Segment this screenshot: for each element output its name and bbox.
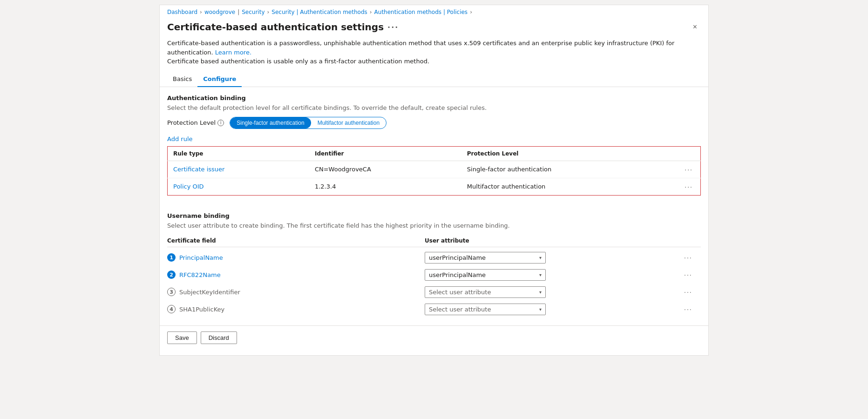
username-row-more-button[interactable]: ··· (682, 287, 694, 297)
user-attr-value: userPrincipalName (429, 254, 486, 261)
footer-actions: Save Discard (160, 325, 708, 346)
tabs: Basics Configure (160, 72, 708, 87)
user-attr-value: Select user attribute (429, 306, 491, 313)
username-grid-header: Certificate field User attribute (167, 235, 701, 247)
user-attr-select: userPrincipalName ▾ (425, 252, 682, 264)
cert-field: 3 SubjectKeyIdentifier (167, 288, 425, 296)
protection-level-label: Protection Level i (167, 119, 224, 126)
rules-table: Rule type Identifier Protection Level Ce… (167, 146, 701, 196)
auth-binding-section: Authentication binding Select the defaul… (160, 95, 708, 212)
user-attr-value: userPrincipalName (429, 271, 486, 278)
row-actions: ··· (682, 253, 701, 262)
chevron-down-icon: ▾ (539, 307, 542, 312)
cert-badge: 4 (167, 305, 176, 313)
tab-basics[interactable]: Basics (167, 72, 197, 87)
rule-type-link[interactable]: Certificate issuer (173, 166, 224, 173)
auth-binding-desc: Select the default protection level for … (167, 104, 701, 111)
username-row-more-button[interactable]: ··· (682, 270, 694, 279)
cert-field: 2 RFC822Name (167, 270, 425, 279)
username-grid-row: 2 RFC822Name userPrincipalName ▾ ··· (167, 266, 701, 284)
col-protection-level: Protection Level (461, 146, 678, 161)
breadcrumb-security-auth[interactable]: Security | Authentication methods (271, 9, 367, 15)
protection-level-cell: Multifactor authentication (461, 178, 678, 195)
row-actions-cell: ··· (677, 161, 700, 178)
cert-field-name: SubjectKeyIdentifier (179, 289, 240, 296)
col-rule-type: Rule type (168, 146, 309, 161)
cert-field-name[interactable]: PrincipalName (179, 254, 223, 261)
table-row: Certificate issuer CN=WoodgroveCA Single… (168, 161, 701, 178)
add-rule-link[interactable]: Add rule (167, 135, 193, 142)
row-actions: ··· (682, 270, 701, 279)
chevron-down-icon: ▾ (539, 272, 542, 277)
col-row-actions-header (682, 237, 701, 244)
breadcrumb-auth-policies[interactable]: Authentication methods | Policies (374, 9, 468, 15)
user-attr-select: Select user attribute ▾ (425, 286, 682, 298)
rule-type-link[interactable]: Policy OID (173, 183, 204, 190)
username-grid-row: 4 SHA1PublicKey Select user attribute ▾ … (167, 301, 701, 318)
rule-type-cell: Policy OID (168, 178, 309, 195)
username-row-more-button[interactable]: ··· (682, 253, 694, 262)
identifier-cell: CN=WoodgroveCA (309, 161, 461, 178)
learn-more-link[interactable]: Learn more. (215, 49, 251, 56)
user-attr-dropdown[interactable]: Select user attribute ▾ (425, 286, 546, 298)
col-actions-header (677, 146, 700, 161)
breadcrumb-security[interactable]: Security (242, 9, 264, 15)
user-attr-dropdown[interactable]: userPrincipalName ▾ (425, 252, 546, 264)
row-actions-cell: ··· (677, 178, 700, 195)
chevron-down-icon: ▾ (539, 255, 542, 260)
col-cert-field: Certificate field (167, 237, 425, 244)
row-more-button[interactable]: ··· (683, 165, 695, 174)
user-attr-dropdown[interactable]: userPrincipalName ▾ (425, 269, 546, 281)
discard-button[interactable]: Discard (201, 331, 237, 344)
col-identifier: Identifier (309, 146, 461, 161)
chevron-down-icon: ▾ (539, 290, 542, 295)
panel-title: Certificate-based authentication setting… (167, 21, 399, 33)
username-binding-desc: Select user attribute to create binding.… (167, 222, 701, 229)
protection-level-toggle[interactable]: Single-factor authentication Multifactor… (230, 117, 387, 129)
username-grid-row: 1 PrincipalName userPrincipalName ▾ ··· (167, 249, 701, 266)
rule-type-cell: Certificate issuer (168, 161, 309, 178)
row-more-button[interactable]: ··· (683, 182, 695, 191)
close-button[interactable]: × (689, 21, 701, 33)
username-binding-title: Username binding (167, 212, 701, 219)
row-actions: ··· (682, 287, 701, 297)
description: Certificate-based authentication is a pa… (160, 39, 708, 72)
user-attr-select: Select user attribute ▾ (425, 304, 682, 315)
protection-level-row: Protection Level i Single-factor authent… (167, 117, 701, 129)
username-binding-section: Username binding Select user attribute t… (160, 212, 708, 325)
tab-configure[interactable]: Configure (197, 72, 242, 87)
username-grid: Certificate field User attribute 1 Princ… (167, 235, 701, 318)
cert-badge: 2 (167, 270, 176, 279)
protection-level-cell: Single-factor authentication (461, 161, 678, 178)
user-attr-select: userPrincipalName ▾ (425, 269, 682, 281)
username-row-more-button[interactable]: ··· (682, 304, 694, 314)
cert-field-name[interactable]: RFC822Name (179, 271, 221, 278)
table-row: Policy OID 1.2.3.4 Multifactor authentic… (168, 178, 701, 195)
breadcrumb: Dashboard › woodgrove | Security › Secur… (160, 5, 708, 17)
panel-title-text: Certificate-based authentication setting… (167, 21, 384, 33)
single-factor-toggle[interactable]: Single-factor authentication (230, 117, 311, 128)
breadcrumb-dashboard[interactable]: Dashboard (167, 9, 197, 15)
auth-binding-title: Authentication binding (167, 95, 701, 101)
panel-header: Certificate-based authentication setting… (160, 17, 708, 39)
user-attr-value: Select user attribute (429, 289, 491, 296)
description-line2: Certificate based authentication is usab… (167, 58, 429, 65)
col-user-attr: User attribute (425, 237, 682, 244)
identifier-cell: 1.2.3.4 (309, 178, 461, 195)
username-grid-row: 3 SubjectKeyIdentifier Select user attri… (167, 284, 701, 301)
multifactor-toggle[interactable]: Multifactor authentication (311, 117, 386, 128)
cert-badge: 1 (167, 253, 176, 262)
panel-options-button[interactable]: ··· (387, 23, 399, 32)
save-button[interactable]: Save (167, 331, 197, 344)
user-attr-dropdown[interactable]: Select user attribute ▾ (425, 304, 546, 315)
cert-field: 1 PrincipalName (167, 253, 425, 262)
protection-level-info-icon[interactable]: i (217, 120, 224, 126)
cert-badge: 3 (167, 288, 176, 296)
cert-field: 4 SHA1PublicKey (167, 305, 425, 313)
row-actions: ··· (682, 304, 701, 314)
breadcrumb-woodgrove[interactable]: woodgrove (204, 9, 235, 15)
cert-field-name: SHA1PublicKey (179, 306, 224, 313)
